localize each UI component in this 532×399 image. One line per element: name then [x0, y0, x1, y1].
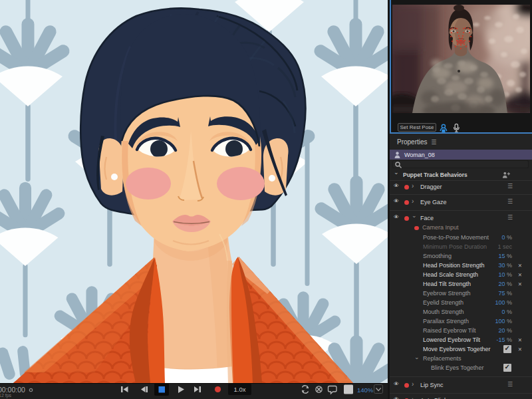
- svg-text:140%: 140%: [357, 386, 374, 394]
- svg-text:1.0x: 1.0x: [234, 386, 246, 393]
